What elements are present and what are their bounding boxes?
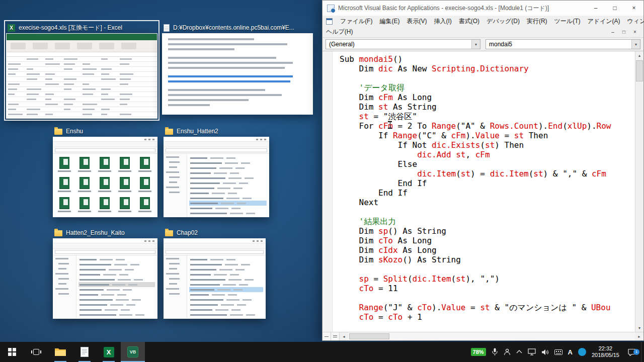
- folder-icon: [54, 129, 62, 135]
- module-icon: [326, 18, 333, 25]
- menu-item-6[interactable]: 実行(R): [523, 16, 551, 27]
- window-thumbnail[interactable]: [164, 137, 269, 217]
- window-thumbnail-label: Chap02: [164, 227, 266, 238]
- action-center-button[interactable]: 1: [625, 348, 639, 356]
- window-thumbnail[interactable]: [53, 137, 157, 217]
- task-view-card-1[interactable]: D:¥Dropbox¥contents.online.pc5bai.com¥E.…: [162, 22, 313, 115]
- window-thumbnail-label: Enshu_Hatten2: [164, 126, 269, 137]
- task-view-icon: [31, 348, 41, 355]
- window-title-text: Hatten2_Enshu_Kaito: [66, 229, 125, 236]
- vbe-icon: VB: [127, 346, 138, 357]
- task-view-card-3[interactable]: Enshu_Hatten2: [164, 126, 269, 217]
- window-thumbnail[interactable]: [164, 238, 266, 319]
- excel-icon: X: [8, 24, 15, 32]
- vba-app-icon: [327, 5, 335, 12]
- window-thumbnail[interactable]: [162, 33, 313, 115]
- code-window-header: (General) ▼ mondai5 ▼: [323, 38, 643, 51]
- taskbar-excel-button[interactable]: X: [97, 342, 121, 362]
- object-dropdown-arrow-icon[interactable]: ▼: [471, 40, 480, 49]
- horizontal-scroll-thumb[interactable]: [349, 333, 389, 339]
- notification-badge: 1: [633, 349, 639, 355]
- user-icon[interactable]: [504, 348, 511, 355]
- menu-item-5[interactable]: デバッグ(D): [483, 16, 523, 27]
- start-button[interactable]: [0, 342, 24, 362]
- window-thumbnail-label: Xexecise-sogo4.xls [互換モード] - Excel: [6, 22, 157, 33]
- full-module-view-button[interactable]: [331, 332, 340, 340]
- vba-titlebar[interactable]: Microsoft Visual Basic for Applications …: [323, 1, 643, 16]
- network-icon[interactable]: [528, 348, 536, 355]
- child-restore-icon[interactable]: □: [620, 29, 627, 35]
- task-view-card-2[interactable]: Enshu: [53, 126, 157, 217]
- scroll-right-icon[interactable]: ►: [635, 332, 643, 340]
- ime-mode-indicator[interactable]: A: [568, 348, 573, 356]
- excel-icon: X: [104, 347, 114, 357]
- document-icon: [164, 24, 170, 32]
- taskbar-explorer-button[interactable]: [48, 342, 72, 362]
- horizontal-scrollbar[interactable]: ◄ ►: [323, 332, 643, 340]
- window-title-text: Enshu_Hatten2: [177, 128, 218, 135]
- window-thumbnail-label: D:¥Dropbox¥contents.online.pc5bai.com¥E.…: [162, 22, 313, 33]
- window-title-text: execise-sogo4.xls [互換モード] - Excel: [19, 24, 122, 32]
- menu-row-2: ヘルプ(H) – □ ×: [323, 27, 643, 38]
- system-tray: 78%: [471, 342, 641, 362]
- folder-icon: [165, 230, 173, 236]
- procedure-dropdown-value: mondai5: [489, 41, 512, 48]
- window-thumbnail[interactable]: [6, 33, 157, 119]
- battery-indicator[interactable]: 78%: [471, 348, 486, 356]
- clock[interactable]: 22:32 2018/05/15: [592, 345, 619, 358]
- menu-item-7[interactable]: ツール(T): [551, 16, 584, 27]
- task-view-card-4[interactable]: Hatten2_Enshu_Kaito: [53, 227, 157, 319]
- window-title-text: D:¥Dropbox¥contents.online.pc5bai.com¥E.…: [173, 24, 294, 31]
- window-title-text: Chap02: [177, 229, 198, 236]
- taskbar-editor-button[interactable]: [72, 342, 97, 362]
- blue-circle-icon[interactable]: [578, 348, 586, 356]
- menu-item-help[interactable]: ヘルプ(H): [323, 27, 357, 37]
- volume-icon[interactable]: [541, 349, 549, 355]
- procedure-dropdown[interactable]: mondai5 ▼: [486, 39, 640, 49]
- menu-item-9[interactable]: ウィンドウ(W): [624, 16, 644, 27]
- scroll-down-icon[interactable]: ▼: [635, 324, 643, 332]
- maximize-button[interactable]: □: [605, 1, 624, 16]
- menu-item-8[interactable]: アドイン(A): [584, 16, 623, 27]
- folder-icon: [54, 347, 66, 357]
- vertical-scroll-track[interactable]: [635, 59, 643, 324]
- taskbar-spacer: [145, 342, 471, 362]
- window-thumbnail[interactable]: [53, 238, 157, 319]
- vertical-scrollbar[interactable]: ▲ ▼: [635, 51, 643, 332]
- object-dropdown[interactable]: (General) ▼: [326, 39, 480, 49]
- horizontal-scroll-track[interactable]: [348, 332, 635, 340]
- task-view-button[interactable]: [24, 342, 48, 362]
- taskbar-vbe-button[interactable]: VB: [121, 342, 145, 362]
- menu-item-1[interactable]: 編集(E): [376, 16, 403, 27]
- taskbar: X VB 78%: [0, 342, 644, 362]
- keyboard-icon[interactable]: [554, 349, 562, 355]
- task-view-card-5[interactable]: Chap02: [164, 227, 266, 319]
- child-close-icon[interactable]: ×: [631, 29, 638, 35]
- windows-logo-icon: [8, 348, 17, 356]
- menu-item-0[interactable]: ファイル(F): [337, 16, 376, 27]
- folder-icon: [165, 129, 173, 135]
- task-view-card-0[interactable]: Xexecise-sogo4.xls [互換モード] - Excel: [6, 22, 157, 119]
- folder-icon: [54, 230, 62, 236]
- show-desktop-button[interactable]: [641, 342, 644, 362]
- child-minimize-icon[interactable]: –: [609, 29, 616, 35]
- code-window: Sub mondai5() Dim dic As New Scripting.D…: [323, 51, 643, 332]
- scroll-up-icon[interactable]: ▲: [635, 51, 643, 59]
- code-editor[interactable]: Sub mondai5() Dim dic As New Scripting.D…: [333, 51, 635, 332]
- code-margin: [323, 51, 333, 332]
- chevron-up-icon[interactable]: [516, 350, 522, 354]
- close-button[interactable]: ×: [624, 1, 643, 16]
- text-editor-icon: [80, 346, 89, 357]
- menu-item-3[interactable]: 挿入(I): [430, 16, 455, 27]
- vba-window: Microsoft Visual Basic for Applications …: [322, 0, 644, 341]
- menu-item-2[interactable]: 表示(V): [403, 16, 430, 27]
- object-dropdown-value: (General): [329, 41, 355, 48]
- minimize-button[interactable]: –: [586, 1, 605, 16]
- menu-item-4[interactable]: 書式(O): [455, 16, 483, 27]
- vertical-scroll-thumb[interactable]: [636, 60, 643, 81]
- procedure-view-button[interactable]: [323, 332, 331, 340]
- clock-time: 22:32: [592, 345, 619, 352]
- procedure-dropdown-arrow-icon[interactable]: ▼: [631, 40, 640, 49]
- microphone-icon[interactable]: [492, 348, 498, 356]
- scroll-left-icon[interactable]: ◄: [340, 332, 348, 340]
